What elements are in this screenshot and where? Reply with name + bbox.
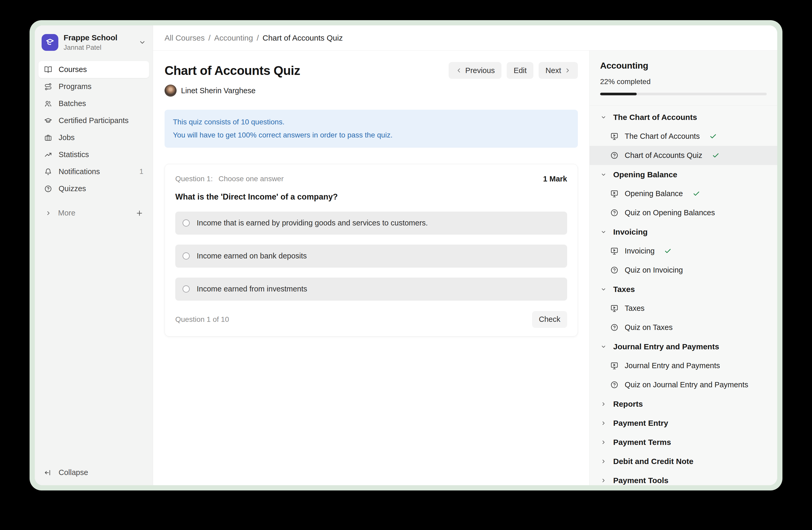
outline-item-opening-balance[interactable]: Opening Balance bbox=[590, 184, 777, 203]
outline-section-reports[interactable]: Reports bbox=[590, 394, 777, 414]
outline-item-journal-entry-and-payments[interactable]: Journal Entry and Payments bbox=[590, 356, 777, 375]
outline-item-invoicing[interactable]: Invoicing bbox=[590, 241, 777, 261]
outline-section-label: The Chart of Accounts bbox=[613, 113, 697, 122]
answer-option-2[interactable]: Income earned on bank deposits bbox=[175, 245, 567, 268]
help-circle-icon bbox=[610, 323, 619, 332]
workspace-switcher[interactable]: Frappe School Jannat Patel bbox=[39, 29, 149, 56]
sidebar-collapse-label: Collapse bbox=[59, 468, 88, 477]
outline-item-quiz-on-opening-balances[interactable]: Quiz on Opening Balances bbox=[590, 203, 777, 222]
chevron-left-icon bbox=[455, 67, 462, 74]
outline-section-label: Payment Tools bbox=[613, 476, 668, 485]
chevron-down-icon bbox=[600, 344, 606, 350]
outline-section-payment-terms[interactable]: Payment Terms bbox=[590, 433, 777, 452]
next-button-label: Next bbox=[546, 66, 561, 75]
chevron-down-icon bbox=[600, 229, 606, 235]
outline-item-the-chart-of-accounts[interactable]: The Chart of Accounts bbox=[590, 127, 777, 146]
outline-item-label: Quiz on Taxes bbox=[625, 323, 672, 332]
chevron-right-icon bbox=[600, 401, 606, 407]
outline-section-label: Journal Entry and Payments bbox=[613, 342, 719, 351]
radio-button[interactable] bbox=[183, 285, 190, 293]
desktop-background: { "brand": { "name": "Frappe School", "u… bbox=[0, 0, 812, 530]
chevron-right-icon bbox=[600, 459, 606, 464]
outline-section-payment-tools[interactable]: Payment Tools bbox=[590, 471, 777, 485]
breadcrumb-current: Chart of Accounts Quiz bbox=[263, 33, 343, 42]
sidebar-item-courses[interactable]: Courses bbox=[39, 61, 149, 78]
sidebar-nav: Courses Programs Batches bbox=[39, 61, 149, 197]
outline-section-label: Invoicing bbox=[613, 227, 648, 236]
outline-item-label: Journal Entry and Payments bbox=[625, 361, 720, 370]
answer-options: Income that is earned by providing goods… bbox=[175, 212, 567, 301]
next-button[interactable]: Next bbox=[539, 62, 578, 79]
question-instruction: Choose one answer bbox=[218, 175, 284, 183]
check-button[interactable]: Check bbox=[532, 311, 567, 328]
chevron-right-icon bbox=[600, 478, 606, 484]
sidebar-more-label: More bbox=[58, 209, 75, 217]
breadcrumb-all-courses[interactable]: All Courses bbox=[164, 33, 205, 42]
quiz-instructions-line1: This quiz consists of 10 questions. bbox=[173, 115, 569, 128]
workspace-user: Jannat Patel bbox=[63, 43, 117, 52]
course-title: Accounting bbox=[600, 60, 767, 71]
page-actions: Previous Edit Next bbox=[449, 62, 578, 79]
outline-item-label: Chart of Accounts Quiz bbox=[625, 151, 702, 160]
breadcrumb-bar: All Courses / Accounting / Chart of Acco… bbox=[153, 25, 777, 51]
outline-item-quiz-on-invoicing[interactable]: Quiz on Invoicing bbox=[590, 261, 777, 280]
answer-option-3[interactable]: Income earned from investments bbox=[175, 278, 567, 301]
app-frame: Frappe School Jannat Patel Courses bbox=[30, 20, 782, 490]
chevron-down-icon bbox=[600, 172, 606, 178]
notifications-count-badge: 1 bbox=[140, 168, 143, 176]
answer-option-1[interactable]: Income that is earned by providing goods… bbox=[175, 212, 567, 235]
help-circle-icon bbox=[610, 151, 619, 160]
previous-button[interactable]: Previous bbox=[449, 62, 502, 79]
outline-item-taxes[interactable]: Taxes bbox=[590, 299, 777, 318]
outline-item-quiz-on-taxes[interactable]: Quiz on Taxes bbox=[590, 318, 777, 337]
left-sidebar: Frappe School Jannat Patel Courses bbox=[35, 25, 153, 485]
sidebar-item-notifications[interactable]: Notifications 1 bbox=[39, 163, 149, 180]
question-marks: 1 Mark bbox=[543, 175, 567, 183]
sidebar-item-statistics[interactable]: Statistics bbox=[39, 146, 149, 163]
sidebar-item-jobs[interactable]: Jobs bbox=[39, 129, 149, 146]
outline-section-debit-and-credit-note[interactable]: Debit and Credit Note bbox=[590, 452, 777, 471]
sidebar-item-label: Programs bbox=[59, 82, 91, 91]
outline-section-payment-entry[interactable]: Payment Entry bbox=[590, 414, 777, 433]
workspace-title: Frappe School bbox=[63, 33, 117, 42]
briefcase-icon bbox=[44, 134, 52, 142]
sidebar-collapse-button[interactable]: Collapse bbox=[39, 464, 149, 481]
question-number-label: Question 1: bbox=[175, 175, 213, 183]
outline-section-invoicing[interactable]: Invoicing bbox=[590, 222, 777, 241]
radio-button[interactable] bbox=[183, 252, 190, 260]
author-name: Linet Sherin Varghese bbox=[181, 86, 256, 95]
outline-item-chart-of-accounts-quiz[interactable]: Chart of Accounts Quiz bbox=[590, 146, 777, 165]
outline-item-label: Invoicing bbox=[625, 247, 654, 255]
sidebar-item-label: Certified Participants bbox=[59, 116, 129, 125]
page-title: Chart of Accounts Quiz bbox=[164, 64, 300, 78]
sidebar-item-certified-participants[interactable]: Certified Participants bbox=[39, 112, 149, 129]
graduation-cap-icon bbox=[45, 37, 55, 48]
outline-section-label: Opening Balance bbox=[613, 170, 677, 179]
chevron-right-icon bbox=[600, 440, 606, 445]
outline-section-the-chart-of-accounts[interactable]: The Chart of Accounts bbox=[590, 108, 777, 127]
app-window: Frappe School Jannat Patel Courses bbox=[35, 25, 777, 485]
edit-button[interactable]: Edit bbox=[507, 62, 533, 79]
outline-section-opening-balance[interactable]: Opening Balance bbox=[590, 165, 777, 184]
quiz-page: Chart of Accounts Quiz Previous Edit bbox=[153, 51, 589, 485]
sidebar-item-batches[interactable]: Batches bbox=[39, 95, 149, 112]
radio-button[interactable] bbox=[183, 220, 190, 226]
outline-section-taxes[interactable]: Taxes bbox=[590, 280, 777, 299]
content-row: Chart of Accounts Quiz Previous Edit bbox=[153, 51, 777, 485]
course-progress-fill bbox=[600, 93, 637, 95]
sidebar-item-programs[interactable]: Programs bbox=[39, 78, 149, 95]
breadcrumb-separator: / bbox=[257, 33, 259, 42]
check-button-label: Check bbox=[539, 315, 560, 324]
outline-item-quiz-on-journal-entry-and-payments[interactable]: Quiz on Journal Entry and Payments bbox=[590, 375, 777, 394]
check-icon bbox=[709, 133, 717, 140]
plus-icon[interactable] bbox=[135, 209, 143, 217]
sidebar-item-quizzes[interactable]: Quizzes bbox=[39, 180, 149, 197]
monitor-play-icon bbox=[610, 247, 619, 255]
breadcrumb-accounting[interactable]: Accounting bbox=[214, 33, 253, 42]
frappe-school-logo bbox=[42, 34, 58, 51]
outline-section-label: Payment Terms bbox=[613, 438, 671, 447]
sidebar-more-toggle[interactable]: More bbox=[39, 205, 149, 222]
outline-section-journal-entry-and-payments[interactable]: Journal Entry and Payments bbox=[590, 337, 777, 356]
check-icon bbox=[693, 190, 700, 197]
monitor-play-icon bbox=[610, 361, 619, 370]
